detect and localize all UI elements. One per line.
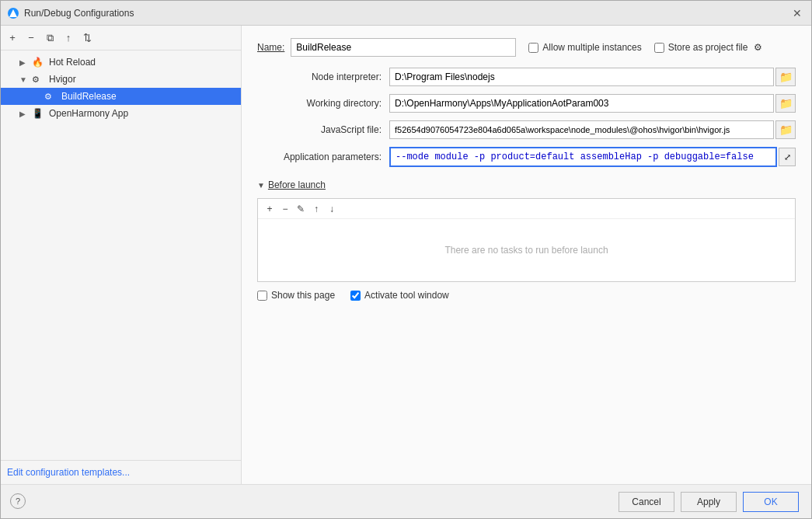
- tree-item-hvigor[interactable]: ▼ ⚙ Hvigor: [1, 71, 241, 88]
- before-launch-title: Before launch: [268, 179, 326, 190]
- application-params-input[interactable]: [389, 147, 777, 167]
- javascript-file-input[interactable]: [389, 120, 774, 139]
- allow-multiple-label: Allow multiple instances: [542, 42, 641, 53]
- working-directory-input[interactable]: [389, 94, 774, 113]
- application-params-expand-button[interactable]: ⤢: [779, 148, 796, 166]
- tree-item-openharmony-app[interactable]: ▶ 📱 OpenHarmony App: [1, 105, 241, 122]
- expand-icon-hot-reload: ▶: [19, 58, 32, 67]
- node-interpreter-label: Node interpreter:: [257, 71, 389, 82]
- add-config-button[interactable]: +: [4, 30, 21, 47]
- build-release-icon: ⚙: [44, 92, 58, 102]
- help-icon: ?: [16, 496, 20, 506]
- working-directory-label: Working directory:: [257, 98, 389, 109]
- store-as-project-label: Store as project file: [668, 42, 748, 53]
- bl-add-button[interactable]: +: [263, 202, 277, 216]
- name-label: Name:: [257, 42, 284, 53]
- help-button[interactable]: ?: [10, 493, 26, 509]
- node-interpreter-browse-button[interactable]: 📁: [775, 68, 796, 86]
- cancel-button[interactable]: Cancel: [619, 492, 674, 512]
- show-this-page-checkbox[interactable]: [257, 291, 267, 301]
- activate-tool-window-label: Activate tool window: [364, 290, 449, 301]
- bl-remove-button[interactable]: −: [278, 202, 292, 216]
- settings-icon[interactable]: ⚙: [754, 42, 762, 53]
- application-params-label: Application parameters:: [257, 152, 389, 162]
- no-tasks-text: There are no tasks to run before launch: [444, 245, 608, 256]
- tree-item-hot-reload[interactable]: ▶ 🔥 Hot Reload: [1, 54, 241, 71]
- bl-move-up-button[interactable]: ↑: [309, 202, 323, 216]
- allow-multiple-checkbox[interactable]: [528, 43, 538, 53]
- openharmony-icon: 📱: [32, 108, 46, 119]
- node-interpreter-input[interactable]: [389, 68, 774, 86]
- activate-tool-window-checkbox[interactable]: [350, 291, 361, 301]
- store-as-project-checkbox[interactable]: [654, 43, 664, 53]
- bl-move-down-button[interactable]: ↓: [325, 202, 339, 216]
- tree-item-label-build-release: BuildRelease: [61, 91, 117, 102]
- before-launch-toggle[interactable]: ▼: [257, 181, 265, 190]
- app-icon: [7, 7, 19, 19]
- remove-config-button[interactable]: −: [23, 30, 40, 47]
- close-button[interactable]: ✕: [789, 5, 805, 21]
- before-launch-box: + − ✎ ↑ ↓ There are no tasks to run befo…: [257, 198, 796, 282]
- tree-item-label-openharmony: OpenHarmony App: [49, 108, 128, 119]
- name-input[interactable]: [291, 38, 516, 57]
- copy-config-button[interactable]: ⧉: [41, 30, 58, 47]
- sort-button[interactable]: ⇅: [78, 30, 96, 47]
- hvigor-icon: ⚙: [32, 75, 46, 85]
- config-tree: ▶ 🔥 Hot Reload ▼ ⚙ Hvigor ⚙ BuildRelease: [1, 51, 241, 460]
- javascript-file-browse-button[interactable]: 📁: [775, 120, 796, 139]
- show-this-page-label: Show this page: [271, 290, 335, 301]
- move-up-button[interactable]: ↑: [60, 30, 77, 47]
- javascript-file-label: JavaScript file:: [257, 124, 389, 135]
- ok-button[interactable]: OK: [743, 492, 799, 512]
- tree-item-label-hot-reload: Hot Reload: [49, 57, 96, 68]
- working-directory-browse-button[interactable]: 📁: [775, 94, 796, 113]
- tree-item-build-release[interactable]: ⚙ BuildRelease: [1, 88, 241, 105]
- edit-templates-link[interactable]: Edit configuration templates...: [7, 467, 130, 478]
- hot-reload-icon: 🔥: [32, 57, 46, 68]
- tree-item-label-hvigor: Hvigor: [49, 74, 76, 85]
- bl-edit-button[interactable]: ✎: [294, 202, 308, 216]
- dialog-title: Run/Debug Configurations: [24, 8, 789, 19]
- expand-icon-openharmony: ▶: [19, 110, 32, 118]
- apply-button[interactable]: Apply: [681, 492, 737, 512]
- expand-icon-hvigor: ▼: [19, 75, 32, 84]
